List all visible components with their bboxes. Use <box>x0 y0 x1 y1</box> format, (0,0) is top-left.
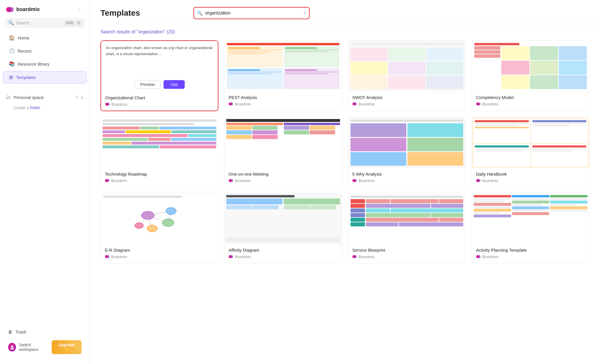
svg-point-9 <box>354 102 357 105</box>
competency-thumbnail <box>472 41 589 91</box>
upgrade-button[interactable]: Upgrade ⚡ <box>52 340 82 354</box>
sidebar-divider <box>5 88 85 88</box>
templates-grid: An organization chart, also known as org… <box>90 37 600 272</box>
svg-point-31 <box>106 255 109 258</box>
meeting-thumbnail <box>224 117 342 168</box>
svg-point-13 <box>106 179 109 182</box>
svg-point-35 <box>354 255 357 258</box>
results-info: Search results of "organization" (20) <box>90 24 600 37</box>
switch-workspace-row[interactable]: Switch workspace Upgrade ⚡ <box>5 337 85 357</box>
planning-name: Activity Planning Template <box>476 248 585 253</box>
template-card-meeting[interactable]: One-on-one Meeting Boardmix <box>224 117 342 187</box>
svg-point-7 <box>230 102 233 105</box>
boardmix-logo-small <box>105 102 110 107</box>
org-chart-thumbnail: An organization chart, also known as org… <box>101 41 218 92</box>
boardmix-logo-small-fivewhy <box>352 178 357 183</box>
swot-info: SWOT Analysis Boardmix <box>348 91 466 110</box>
handbook-info: Daily Handbook Boardmix <box>472 168 589 187</box>
boardmix-logo-small-roadmap <box>105 178 109 183</box>
switch-workspace-label: Switch workspace <box>19 343 49 352</box>
blueprint-author: Boardmix <box>352 254 461 259</box>
boardmix-logo-small-planning <box>476 254 481 259</box>
template-card-org-chart[interactable]: An organization chart, also known as org… <box>100 40 218 111</box>
org-chart-name: Organizational Chart <box>105 95 214 100</box>
svg-point-3 <box>10 348 14 349</box>
boardmix-logo-small-meeting <box>229 178 233 183</box>
template-card-planning[interactable]: Activity Planning Template Boardmix <box>472 193 590 263</box>
competency-name: Competency Model <box>476 95 585 100</box>
personal-space-icon: 🗂 <box>6 94 11 100</box>
template-card-fivewhy[interactable]: 5 Why Analysis Boardmix <box>348 117 466 187</box>
sidebar-item-resource-library[interactable]: 📚 Resource library <box>3 58 87 70</box>
sidebar-item-recent-label: Recent <box>18 48 32 53</box>
planning-info: Activity Planning Template Boardmix <box>472 244 589 263</box>
svg-point-37 <box>477 255 480 258</box>
pest-info: PEST Analysis Boardmix <box>224 91 342 110</box>
competency-info: Competency Model Boardmix <box>472 91 589 110</box>
boardmix-logo-small-er <box>105 254 109 259</box>
affinity-thumbnail <box>224 193 342 244</box>
shortcut-shift: Shift <box>64 20 75 26</box>
org-chart-use-button[interactable]: Use <box>164 80 185 89</box>
fivewhy-info: 5 Why Analysis Boardmix <box>348 168 466 187</box>
create-folder-link[interactable]: folder <box>30 105 40 110</box>
template-card-blueprint[interactable]: Service Blueprint Boardmix <box>348 193 466 263</box>
affinity-name: Affinity Diagram <box>229 248 338 253</box>
svg-point-11 <box>477 102 480 105</box>
er-author: Boardmix <box>105 254 214 259</box>
search-bar[interactable]: 🔍 Search Shift S <box>5 18 85 28</box>
logo-text: boardmix <box>16 6 40 12</box>
sidebar-item-home[interactable]: 🏠 Home <box>3 32 87 44</box>
swot-name: SWOT Analysis <box>352 95 461 100</box>
svg-point-15 <box>230 179 233 182</box>
planning-thumbnail <box>472 193 589 244</box>
sidebar-item-trash[interactable]: 🗑 Trash <box>5 327 85 337</box>
handbook-name: Daily Handbook <box>476 172 585 176</box>
template-card-competency[interactable]: Competency Model Boardmix <box>472 40 590 111</box>
template-search-input[interactable] <box>193 7 310 19</box>
affinity-info: Affinity Diagram Boardmix <box>224 244 342 263</box>
boardmix-logo-small-blueprint <box>352 254 357 259</box>
template-card-er[interactable]: E-R Diagram Boardmix <box>100 193 218 263</box>
collapse-sidebar-button[interactable]: ← <box>76 5 84 14</box>
personal-space-actions: + ∧ <box>76 95 84 100</box>
template-card-affinity[interactable]: Affinity Diagram Boardmix <box>224 193 342 263</box>
er-info: E-R Diagram Boardmix <box>101 244 218 263</box>
boardmix-logo-small-handbook <box>476 178 481 183</box>
blueprint-thumbnail <box>348 193 466 244</box>
svg-point-33 <box>230 255 233 258</box>
sidebar-item-recent[interactable]: 🕐 Recent <box>3 45 87 57</box>
er-thumbnail <box>101 193 218 244</box>
roadmap-author: Boardmix <box>105 178 214 183</box>
sidebar-personal-space[interactable]: 🗂 Personal space + ∧ <box>0 91 90 103</box>
results-keyword: organization <box>138 29 164 34</box>
main-content: Templates 🔍 × Search results of "organiz… <box>90 0 600 364</box>
sidebar-item-templates-label: Templates <box>16 75 36 80</box>
org-chart-preview-button[interactable]: Preview <box>134 80 161 89</box>
meeting-info: One-on-one Meeting Boardmix <box>224 168 342 187</box>
org-chart-info: Organizational Chart Boardmix <box>101 92 218 111</box>
clear-search-button[interactable]: × <box>303 10 306 16</box>
svg-point-17 <box>354 179 357 182</box>
template-search-wrapper: 🔍 × <box>193 7 310 19</box>
template-search-icon: 🔍 <box>197 10 203 16</box>
template-card-roadmap[interactable]: Technology Roadmap Boardmix <box>100 117 218 187</box>
handbook-thumbnail <box>472 117 589 168</box>
template-card-swot[interactable]: SWOT Analysis Boardmix <box>348 40 466 111</box>
recent-icon: 🕐 <box>9 48 15 54</box>
create-folder-area: Create a folder <box>0 103 90 112</box>
collapse-personal-button[interactable]: ∧ <box>80 95 84 100</box>
sidebar-item-templates[interactable]: ⊞ Templates <box>3 71 87 84</box>
planning-author: Boardmix <box>476 254 585 259</box>
template-card-pest[interactable]: PEST Analysis Boardmix <box>224 40 342 111</box>
sidebar: boardmix ← 🔍 Search Shift S 🏠 Home 🕐 Rec… <box>0 0 90 364</box>
fivewhy-name: 5 Why Analysis <box>352 172 461 176</box>
boardmix-logo-small-affinity <box>229 254 233 259</box>
add-personal-folder-button[interactable]: + <box>76 95 78 100</box>
roadmap-info: Technology Roadmap Boardmix <box>101 168 218 187</box>
search-icon: 🔍 <box>8 20 14 26</box>
svg-point-5 <box>107 103 109 106</box>
pest-thumbnail <box>224 41 342 91</box>
template-card-handbook[interactable]: Daily Handbook Boardmix <box>472 117 590 187</box>
meeting-name: One-on-one Meeting <box>229 172 338 176</box>
